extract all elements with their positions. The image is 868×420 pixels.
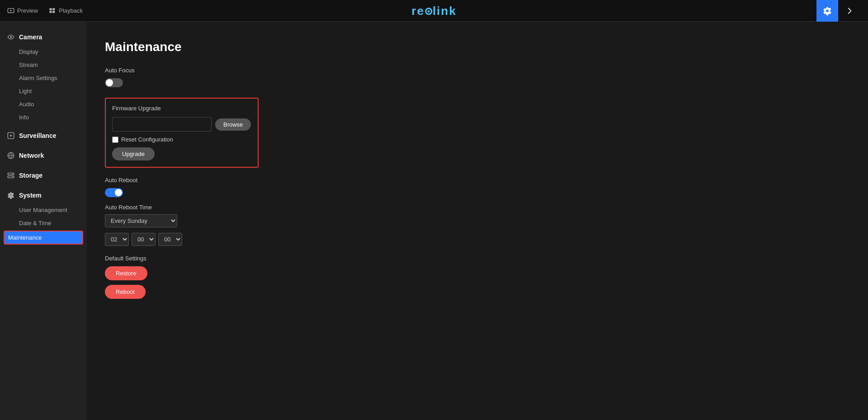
- sidebar-storage-header[interactable]: Storage: [0, 167, 87, 184]
- sidebar-item-audio[interactable]: Audio: [0, 98, 87, 111]
- camera-label: Camera: [19, 33, 42, 41]
- svg-point-13: [12, 177, 13, 178]
- auto-reboot-label: Auto Reboot: [105, 177, 850, 184]
- reset-config-label: Reset Configuration: [121, 136, 173, 143]
- auto-reboot-section: Auto Reboot Auto Reboot Time Every Sunda…: [105, 177, 850, 246]
- upgrade-button[interactable]: Upgrade: [112, 147, 155, 160]
- sidebar-section-storage: Storage: [0, 167, 87, 184]
- svg-marker-1: [10, 9, 12, 11]
- auto-reboot-time-label: Auto Reboot Time: [105, 204, 850, 211]
- firmware-upgrade-label: Firmware Upgrade: [112, 105, 251, 112]
- svg-rect-4: [50, 11, 52, 13]
- reboot-hour-select[interactable]: 00010203 04050607 08091011 12131415 1617…: [105, 233, 129, 246]
- sidebar-item-display[interactable]: Display: [0, 45, 87, 58]
- sidebar-system-header[interactable]: System: [0, 187, 87, 203]
- reboot-time-row: 00010203 04050607 08091011 12131415 1617…: [105, 233, 850, 246]
- svg-rect-5: [52, 11, 55, 13]
- svg-point-7: [10, 135, 12, 137]
- camera-icon: [7, 33, 14, 41]
- reboot-button[interactable]: Reboot: [105, 285, 146, 299]
- firmware-file-row: Browse: [112, 117, 251, 132]
- reset-config-checkbox[interactable]: [112, 137, 118, 143]
- auto-focus-toggle[interactable]: [105, 78, 123, 87]
- playback-icon: [49, 7, 56, 14]
- preview-label: Preview: [17, 7, 38, 14]
- sidebar-item-light[interactable]: Light: [0, 85, 87, 98]
- sidebar-section-network: Network: [0, 147, 87, 164]
- sidebar-item-stream[interactable]: Stream: [0, 58, 87, 71]
- reboot-minute-select-1[interactable]: 00051015 20253035 40455055: [132, 233, 156, 246]
- main-content: Maintenance Auto Focus Firmware Upgrade …: [87, 22, 868, 420]
- surveillance-label: Surveillance: [19, 132, 57, 139]
- layout: Camera Display Stream Alarm Settings Lig…: [0, 22, 868, 420]
- sidebar-item-info[interactable]: Info: [0, 111, 87, 124]
- surveillance-icon: [7, 132, 14, 139]
- firmware-file-input[interactable]: [112, 117, 212, 132]
- page-title: Maintenance: [105, 40, 850, 54]
- sidebar: Camera Display Stream Alarm Settings Lig…: [0, 22, 87, 420]
- playback-nav-item[interactable]: Playback: [49, 7, 83, 14]
- restore-button[interactable]: Restore: [105, 266, 147, 280]
- sidebar-network-header[interactable]: Network: [0, 147, 87, 164]
- auto-reboot-toggle[interactable]: [105, 188, 123, 197]
- system-label: System: [19, 192, 42, 199]
- settings-icon-btn[interactable]: [816, 0, 838, 22]
- sidebar-item-alarm-settings[interactable]: Alarm Settings: [0, 71, 87, 85]
- system-icon: [7, 192, 14, 199]
- auto-focus-section: Auto Focus: [105, 67, 850, 89]
- svg-point-12: [12, 174, 13, 175]
- sidebar-surveillance-header[interactable]: Surveillance: [0, 127, 87, 144]
- logo: relink: [411, 4, 456, 18]
- network-label: Network: [19, 152, 44, 159]
- auto-focus-label: Auto Focus: [105, 67, 850, 74]
- preview-nav-item[interactable]: Preview: [7, 7, 38, 14]
- arrow-right-icon: [845, 6, 854, 15]
- sidebar-item-maintenance[interactable]: Maintenance: [4, 231, 83, 245]
- sidebar-item-user-management[interactable]: User Management: [0, 203, 87, 217]
- network-icon: [7, 152, 14, 159]
- svg-rect-3: [52, 8, 55, 10]
- reset-config-row: Reset Configuration: [112, 136, 251, 143]
- storage-label: Storage: [19, 172, 42, 179]
- sidebar-camera-header[interactable]: Camera: [0, 29, 87, 45]
- sidebar-section-surveillance: Surveillance: [0, 127, 87, 144]
- reboot-schedule-select[interactable]: Every Sunday Every Monday Every Tuesday …: [105, 214, 177, 227]
- browse-button[interactable]: Browse: [215, 118, 251, 131]
- header-nav: Preview Playback: [7, 7, 83, 14]
- preview-icon: [7, 7, 14, 14]
- default-settings-label: Default Settings: [105, 255, 850, 262]
- storage-icon: [7, 172, 14, 179]
- playback-label: Playback: [59, 7, 83, 14]
- default-settings-section: Default Settings Restore Reboot: [105, 255, 850, 299]
- reboot-schedule-row: Every Sunday Every Monday Every Tuesday …: [105, 214, 850, 227]
- header-right: [816, 0, 861, 22]
- arrow-icon-btn[interactable]: [839, 0, 861, 22]
- reboot-minute-select-2[interactable]: 00051015 20253035 40455055: [158, 233, 182, 246]
- header: Preview Playback relink: [0, 0, 868, 22]
- svg-rect-2: [50, 8, 52, 10]
- gear-icon: [823, 6, 832, 15]
- sidebar-item-date-time[interactable]: Date & Time: [0, 217, 87, 230]
- sidebar-section-system: System User Management Date & Time Maint…: [0, 187, 87, 245]
- svg-point-14: [10, 194, 12, 196]
- firmware-upgrade-box: Firmware Upgrade Browse Reset Configurat…: [105, 98, 259, 168]
- sidebar-section-camera: Camera Display Stream Alarm Settings Lig…: [0, 29, 87, 124]
